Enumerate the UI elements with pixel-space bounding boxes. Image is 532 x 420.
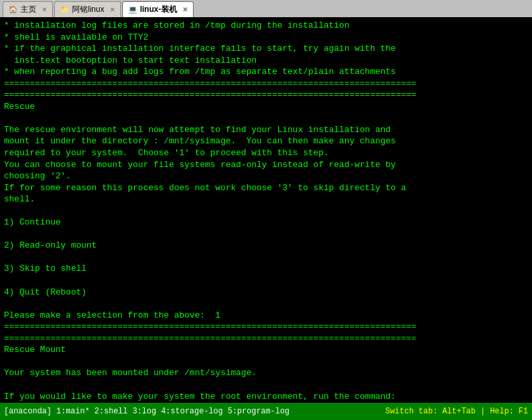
- status-help: Switch tab: Alt+Tab | Help: F1: [385, 407, 528, 416]
- tab-linux-install[interactable]: 💻 linux-装机 ✕: [122, 1, 194, 17]
- tab-bar: 🏠 主页 ✕ 📁 阿铭linux ✕ 💻 linux-装机 ✕: [0, 0, 532, 17]
- tab-linux-install-close[interactable]: ✕: [182, 6, 188, 13]
- tab-aminglinux-close[interactable]: ✕: [110, 6, 115, 13]
- tab-home-label: 主页: [20, 4, 36, 15]
- tab-home[interactable]: 🏠 主页 ✕: [3, 1, 53, 17]
- tab-linux-install-icon: 💻: [128, 5, 137, 14]
- tab-aminglinux[interactable]: 📁 阿铭linux ✕: [54, 1, 121, 17]
- tab-home-close[interactable]: ✕: [42, 6, 47, 13]
- tab-aminglinux-icon: 📁: [60, 5, 69, 14]
- tab-home-icon: 🏠: [9, 5, 18, 14]
- status-tabs: [anaconda] 1:main* 2:shell 3:log 4:stora…: [4, 407, 385, 416]
- status-bar: [anaconda] 1:main* 2:shell 3:log 4:stora…: [0, 403, 532, 420]
- terminal-output: * installation log files are stored in /…: [0, 17, 532, 403]
- tab-linux-install-label: linux-装机: [140, 4, 177, 15]
- tab-aminglinux-label: 阿铭linux: [72, 4, 104, 15]
